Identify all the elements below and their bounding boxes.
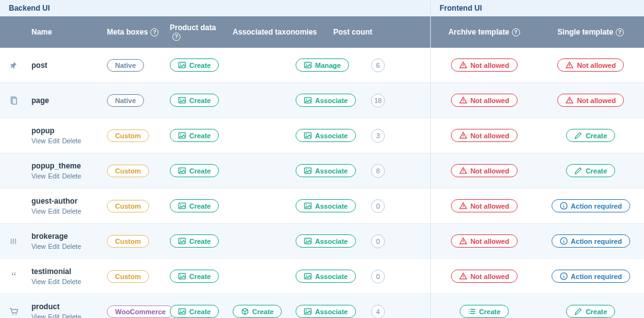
table-row: brokerageViewEditDelete Custom Create As… [0, 224, 430, 259]
native-badge: Native [107, 59, 144, 72]
post-count: 0 [371, 199, 385, 213]
header-tax: Associated taxonomies [229, 28, 330, 36]
create-template-button[interactable]: Create [566, 164, 615, 177]
create-button[interactable]: Create [170, 305, 219, 318]
create-button[interactable]: Create [170, 164, 219, 177]
delete-link[interactable]: Delete [62, 313, 81, 319]
delete-link[interactable]: Delete [62, 137, 81, 145]
svg-point-50 [463, 172, 464, 173]
edit-link[interactable]: Edit [48, 137, 60, 145]
table-row: Not allowed Not allowed [431, 48, 644, 83]
associate-button[interactable]: Associate [296, 129, 356, 142]
create-button[interactable]: Create [170, 58, 219, 72]
create-template-button[interactable]: Create [566, 129, 615, 142]
table-row: Not allowed Create [431, 118, 644, 153]
view-link[interactable]: View [31, 243, 46, 250]
view-link[interactable]: View [31, 313, 46, 319]
svg-point-9 [306, 99, 307, 100]
table-row: Not allowed Action required [431, 224, 644, 259]
table-row: popupViewEditDelete Custom Create Associ… [0, 118, 430, 153]
custom-badge: Custom [107, 165, 149, 177]
associate-button[interactable]: Associate [296, 234, 356, 248]
associate-button[interactable]: Associate [296, 305, 356, 318]
post-count: 0 [371, 270, 385, 283]
create-button[interactable]: Create [170, 129, 219, 142]
view-link[interactable]: View [31, 172, 46, 180]
custom-badge: Custom [107, 129, 149, 142]
table-row: Not allowed Action required [431, 189, 644, 224]
create-button[interactable]: Create [170, 199, 219, 212]
svg-point-1 [180, 63, 181, 65]
edit-link[interactable]: Edit [48, 172, 60, 180]
not-allowed-badge: Not allowed [451, 164, 518, 177]
post-type-name: popup [31, 126, 99, 135]
svg-point-11 [180, 134, 181, 135]
table-row: guest-authorViewEditDelete Custom Create… [0, 189, 430, 224]
create-button[interactable]: Create [170, 270, 219, 283]
edit-link[interactable]: Edit [48, 278, 60, 285]
custom-badge: Custom [107, 235, 149, 248]
header-meta: Meta boxes? [103, 28, 166, 36]
help-icon[interactable]: ? [150, 28, 158, 36]
view-link[interactable]: View [31, 207, 46, 215]
edit-link[interactable]: Edit [48, 243, 60, 250]
help-icon[interactable]: ? [512, 28, 520, 36]
associate-button[interactable]: Associate [296, 94, 356, 107]
row-actions: ViewEditDelete [31, 277, 99, 286]
table-row: Not allowed Action required [431, 259, 644, 294]
action-required-badge: Action required [552, 234, 630, 248]
post-type-name: page [31, 96, 99, 105]
frontend-header: Archive template? Single template? [431, 16, 644, 48]
create-button[interactable]: Create [170, 234, 219, 248]
post-type-name: testimonial [31, 267, 99, 276]
delete-link[interactable]: Delete [62, 243, 81, 250]
svg-point-44 [463, 102, 464, 102]
header-name: Name [28, 28, 103, 36]
post-type-name: guest-author [31, 197, 99, 206]
view-link[interactable]: View [31, 278, 46, 285]
not-allowed-badge: Not allowed [451, 199, 518, 212]
post-count: 0 [371, 234, 385, 248]
svg-point-15 [180, 169, 181, 170]
view-link[interactable]: View [31, 137, 46, 145]
table-row: popup_themeViewEditDelete Custom Create … [0, 153, 430, 189]
help-icon[interactable]: ? [616, 28, 624, 36]
delete-link[interactable]: Delete [62, 207, 81, 215]
associate-button[interactable]: Associate [296, 164, 356, 177]
post-count: 4 [371, 305, 385, 319]
svg-point-13 [306, 134, 307, 135]
delete-link[interactable]: Delete [62, 278, 81, 285]
svg-rect-5 [12, 98, 16, 104]
help-icon[interactable]: ? [172, 33, 180, 41]
svg-point-60 [564, 239, 564, 239]
create-template-button[interactable]: Create [566, 305, 615, 318]
row-actions: ViewEditDelete [31, 312, 99, 319]
row-type-icon: “ [0, 271, 28, 282]
svg-point-34 [16, 314, 17, 315]
associate-button[interactable]: Associate [296, 270, 356, 283]
table-row: page Native Create Associate 18 [0, 83, 430, 118]
row-actions: ViewEditDelete [31, 172, 99, 180]
custom-badge: Custom [107, 200, 149, 212]
svg-point-7 [180, 99, 181, 100]
svg-point-42 [569, 67, 570, 67]
svg-point-71 [469, 313, 469, 314]
associate-button[interactable]: Associate [296, 199, 356, 212]
create-button[interactable]: Create [170, 94, 219, 107]
svg-point-3 [306, 63, 307, 65]
edit-link[interactable]: Edit [48, 313, 60, 319]
create-archive-button[interactable]: Create [460, 305, 509, 318]
manage-button[interactable]: Manage [296, 58, 349, 72]
post-count: 8 [371, 164, 385, 178]
header-single: Single template? [538, 28, 645, 36]
not-allowed-badge: Not allowed [557, 94, 624, 107]
edit-link[interactable]: Edit [48, 207, 60, 215]
svg-point-32 [306, 275, 307, 276]
header-pdata: Product data? [166, 23, 229, 41]
delete-link[interactable]: Delete [62, 172, 81, 180]
frontend-panel: Frontend UI Archive template? Single tem… [430, 0, 644, 318]
post-count: 6 [371, 58, 385, 72]
native-badge: Native [107, 94, 144, 107]
create-product-data-button[interactable]: Create [233, 305, 282, 318]
row-actions: ViewEditDelete [31, 242, 99, 251]
